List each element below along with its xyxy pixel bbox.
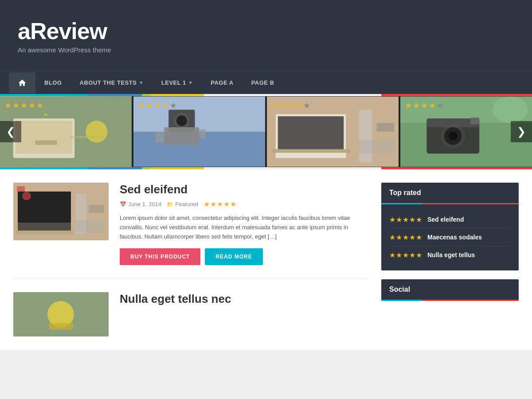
home-icon [18, 78, 27, 87]
buy-product-button[interactable]: BUY THIS PRODUCT [120, 248, 200, 265]
svg-rect-12 [164, 127, 199, 145]
nav-item-blog[interactable]: BLOG [35, 71, 71, 94]
carousel-item[interactable]: ★ ★ ★ ★ ★ [267, 96, 399, 167]
chevron-down-icon: ▼ [139, 80, 143, 85]
svg-rect-17 [278, 116, 344, 151]
site-header: aReview An awesome WordPress theme [0, 0, 532, 71]
widget-title: Top rated [381, 183, 519, 203]
svg-rect-6 [70, 136, 105, 138]
nav-home-button[interactable] [9, 72, 35, 94]
svg-rect-3 [35, 141, 57, 145]
svg-rect-37 [75, 220, 104, 233]
main-nav: BLOG ABOUT THE TESTS ▼ LEVEL 1 ▼ PAGE A … [0, 71, 532, 94]
top-rated-title: Nulla eget tellus [427, 251, 475, 259]
top-rated-item[interactable]: ★ ★ ★ ★ ★ Nulla eget tellus [389, 246, 511, 264]
article-title: Nulla eget tellus nec [120, 292, 368, 306]
carousel-item[interactable]: ★ ★ ★ ★ ★ [133, 96, 265, 167]
article-buttons: BUY THIS PRODUCT READ MORE [120, 248, 368, 265]
svg-rect-20 [377, 123, 395, 132]
svg-rect-42 [49, 323, 73, 330]
nav-item-pageB[interactable]: PAGE B [243, 71, 283, 94]
svg-rect-39 [17, 186, 25, 192]
article-body: Nulla eget tellus nec [120, 292, 368, 336]
article-item: Sed eleifend 📅 June 1, 2014 📁 Featured ★… [13, 183, 368, 279]
article-meta: 📅 June 1, 2014 📁 Featured ★ ★ ★ ★ ★ [120, 200, 368, 208]
calendar-icon: 📅 [120, 201, 126, 207]
article-title: Sed eleifend [120, 183, 368, 196]
svg-point-28 [449, 132, 458, 141]
top-rated-item[interactable]: ★ ★ ★ ★ ★ Sed eleifend [389, 211, 511, 229]
carousel-prev-button[interactable]: ❮ [0, 121, 21, 142]
svg-rect-2 [16, 121, 73, 153]
article-thumbnail [13, 183, 109, 240]
svg-rect-4 [44, 114, 47, 115]
nav-item-level1[interactable]: LEVEL 1 ▼ [153, 71, 202, 94]
svg-rect-30 [470, 117, 479, 124]
read-more-button[interactable]: READ MORE [205, 248, 262, 265]
folder-icon: 📁 [167, 201, 173, 207]
color-bar-bottom [0, 167, 532, 169]
social-widget-title: Social [381, 279, 519, 300]
carousel-section: ❮ ★ ★ ★ ★ ★ [0, 96, 532, 167]
top-rated-list: ★ ★ ★ ★ ★ Sed eleifend ★ ★ ★ ★ ★ [381, 204, 519, 270]
svg-rect-36 [89, 205, 104, 213]
carousel-inner: ★ ★ ★ ★ ★ ★ ★ ★ ★ [0, 96, 532, 167]
svg-point-5 [86, 121, 108, 143]
nav-item-about[interactable]: ABOUT THE TESTS ▼ [71, 71, 153, 94]
svg-point-24 [493, 97, 528, 123]
articles-list: Sed eleifend 📅 June 1, 2014 📁 Featured ★… [13, 183, 368, 336]
social-widget: Social [381, 279, 519, 301]
carousel-stars: ★ ★ ★ ★ ★ [4, 101, 43, 110]
site-tagline: An awesome WordPress theme [18, 46, 514, 54]
carousel-next-button[interactable]: ❯ [511, 121, 532, 142]
svg-rect-13 [156, 132, 164, 143]
article-item: Nulla eget tellus nec [13, 292, 368, 336]
svg-rect-14 [200, 129, 206, 138]
svg-rect-34 [16, 231, 73, 234]
site-title: aReview [18, 20, 514, 43]
svg-rect-19 [359, 110, 372, 163]
svg-rect-21 [359, 141, 394, 154]
svg-point-38 [22, 192, 31, 200]
top-rated-title: Sed eleifend [427, 215, 464, 223]
top-rated-stars: ★ ★ ★ ★ ★ [389, 215, 422, 224]
top-rated-stars: ★ ★ ★ ★ ★ [389, 233, 422, 242]
carousel-stars: ★ ★ ★ ★ ★ [271, 101, 310, 110]
main-content-area: Sed eleifend 📅 June 1, 2014 📁 Featured ★… [0, 169, 532, 350]
top-rated-widget: Top rated ★ ★ ★ ★ ★ Sed eleifend ★ [381, 183, 519, 270]
article-rating: ★ ★ ★ ★ ★ [203, 200, 236, 208]
svg-point-11 [176, 115, 187, 126]
sidebar: Top rated ★ ★ ★ ★ ★ Sed eleifend ★ [381, 183, 519, 336]
svg-rect-18 [271, 149, 350, 153]
chevron-down-icon: ▼ [188, 80, 193, 85]
carousel-stars: ★ ★ ★ ★ ★ [138, 101, 177, 110]
nav-item-pageA[interactable]: PAGE A [202, 71, 242, 94]
top-rated-item[interactable]: ★ ★ ★ ★ ★ Maecenas sodales [389, 229, 511, 246]
article-thumbnail [13, 292, 109, 336]
article-category: 📁 Featured [167, 201, 198, 207]
carousel-stars: ★ ★ ★ ★ ★ [405, 101, 444, 110]
article-body: Sed eleifend 📅 June 1, 2014 📁 Featured ★… [120, 183, 368, 265]
top-rated-stars: ★ ★ ★ ★ ★ [389, 251, 422, 259]
article-date: 📅 June 1, 2014 [120, 201, 161, 207]
top-rated-title: Maecenas sodales [427, 233, 482, 241]
article-excerpt: Lorem ipsum dolor sit amet, consectetur … [120, 214, 368, 241]
